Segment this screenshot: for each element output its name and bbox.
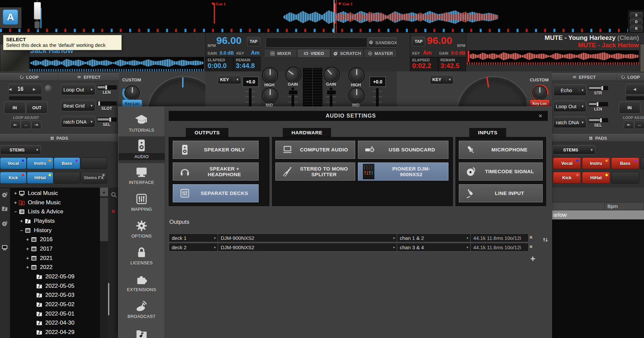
add-output-button[interactable]: + [530, 254, 535, 264]
scrollbar-handle[interactable] [100, 198, 108, 241]
deck-b-high-knob[interactable] [348, 67, 365, 83]
separate-decks-button[interactable]: SEPARATE DECKS [173, 184, 259, 202]
disc-shortcut-icon[interactable] [1, 220, 8, 227]
output-row1-device-dropdown[interactable]: DJM-900NXS2▾ [218, 233, 397, 242]
cue-marker-2[interactable]: Cue 1 [338, 2, 353, 6]
tree-item-2021[interactable]: +2021 [10, 254, 100, 263]
tab-mixer[interactable]: MIXER [264, 49, 297, 58]
tree-toggle[interactable]: + [25, 256, 30, 261]
sidebar-item-options[interactable]: OPTIONS [118, 217, 165, 244]
deck-a-tap-button[interactable]: TAP [247, 37, 260, 46]
tab-scratch[interactable]: SCRATCH [330, 49, 364, 58]
search-icon[interactable] [111, 192, 117, 198]
tab-inputs[interactable]: INPUTS [469, 128, 506, 137]
smart-loop-button[interactable] [45, 85, 52, 92]
screen-shortcut-icon[interactable] [1, 244, 8, 251]
tree-item-history[interactable]: −History [10, 226, 100, 235]
tree-toggle[interactable]: − [13, 209, 18, 214]
pad-instru[interactable]: Instru [27, 157, 53, 169]
tree-toggle[interactable]: + [13, 200, 18, 205]
deck-a-fx3-slider[interactable] [97, 118, 117, 122]
tree-item-local-music[interactable]: +Local Music [10, 189, 100, 198]
pad-vocal[interactable]: Vocal [0, 157, 26, 169]
tree-toggle[interactable]: + [25, 237, 30, 242]
timecode-signal-button[interactable]: TIMECODE SIGNAL [459, 162, 543, 181]
song-overview-strip[interactable]: Cue 1 Cue 1 [0, 0, 644, 33]
sidebar-item-audio[interactable]: AUDIO [118, 136, 165, 163]
sidebar-item-broadcast[interactable]: BROADCAST [118, 297, 165, 324]
output-row2-channel-dropdown[interactable]: chan 3 & 4▾ [397, 243, 471, 252]
pad-kick[interactable]: Kick [0, 172, 26, 184]
speaker-only-button[interactable]: SPEAKER ONLY [173, 141, 259, 159]
loop-increase-button[interactable]: ▶ [33, 87, 42, 91]
clear-icon[interactable]: × [111, 208, 115, 215]
overview-d-button[interactable]: D [630, 19, 643, 25]
deck-a-stems-dropdown[interactable]: STEMS▼ [0, 145, 41, 154]
pad-empty[interactable] [640, 157, 644, 169]
scroll-up-button[interactable]: ▲ [100, 188, 108, 196]
deck-b-fx1-dropdown[interactable]: Echo▼ [553, 84, 586, 96]
loop-adjust-right-button[interactable]: ⇥ [31, 120, 41, 129]
speaker-headphone-button[interactable]: SPEAKER + HEADPHONE [173, 162, 259, 181]
sidebar-item-extensions[interactable]: EXTENSIONS [118, 270, 165, 297]
tree-toggle[interactable]: + [13, 191, 18, 196]
pioneer-djm900nxs2-button[interactable]: PIONEER DJM-900NXS2 [358, 162, 448, 181]
tree-item-2022-05-03[interactable]: 2022-05-03 [10, 291, 100, 300]
sidebar-item-mapping[interactable]: MAPPING [118, 190, 165, 217]
output-row2-remove-icon[interactable]: × [529, 244, 533, 250]
deck-b-waveform-box[interactable] [467, 50, 639, 62]
tab-master[interactable]: MASTER [364, 49, 397, 58]
tree-item-2022-05-01[interactable]: 2022-05-01 [10, 309, 100, 319]
pad-bass[interactable]: Bass [611, 157, 639, 169]
deck-b-fx3-slider[interactable] [589, 118, 608, 122]
usb-soundcard-button[interactable]: USB SOUNDCARD [358, 141, 448, 159]
deck-a-mid-knob[interactable] [262, 87, 278, 104]
deck-a-key-dropdown[interactable]: KEY▼ [218, 75, 241, 84]
deck-b-mid-knob[interactable] [348, 87, 365, 104]
deck-b-tap-button[interactable]: TAP [412, 37, 425, 46]
deck-b-loop-in-button[interactable]: IN [619, 102, 640, 114]
tracklist-selected-row[interactable]: arlow [552, 210, 644, 219]
deck-b-fx2-slider[interactable] [589, 102, 608, 106]
pad-empty[interactable] [611, 172, 639, 184]
deck-b-key-dropdown[interactable]: KEY▼ [430, 75, 453, 84]
tree-item-online-music[interactable]: +Online Music [10, 198, 100, 207]
tab-hardware[interactable]: HARDWARE [283, 128, 331, 137]
deck-a-fx1-dropdown[interactable]: Loop Out▼ [61, 84, 95, 95]
sidebar-item-record[interactable] [118, 325, 165, 338]
pad-stems-fx[interactable]: Stems FX [80, 172, 107, 184]
fader-handle[interactable] [327, 90, 336, 95]
overview-r-button[interactable]: R [630, 25, 643, 31]
deck-a-custom-knob[interactable] [125, 85, 140, 100]
pad-hihat[interactable]: HiHat [27, 172, 53, 184]
deck-a-fx3-dropdown[interactable]: ratch DNA▼ [61, 116, 95, 127]
deck-a-fx1-slider[interactable] [97, 85, 117, 89]
pad-vocal[interactable]: Vocal [553, 157, 581, 169]
loop-decrease-button[interactable]: ◀ [9, 87, 17, 91]
stereo-mono-splitter-button[interactable]: STEREO TO MONO SPLITTER [275, 162, 355, 181]
pad-empty[interactable] [80, 157, 107, 169]
deck-a-waveform-box[interactable] [30, 57, 204, 69]
tree-item-2022-05-09[interactable]: 2022-05-09 [10, 272, 100, 281]
tree-item-2022-04-30[interactable]: 2022-04-30 [10, 319, 100, 328]
pad-bass[interactable]: Bass [54, 157, 80, 169]
microphone-button[interactable]: MICROPHONE [459, 141, 543, 159]
deck-a-fx2-dropdown[interactable]: Beat Grid▼ [61, 100, 95, 111]
overview-s-button[interactable]: S [630, 12, 643, 18]
pad-empty[interactable] [54, 172, 80, 184]
computer-audio-button[interactable]: COMPUTER AUDIO [275, 141, 355, 159]
pad-hihat[interactable]: HiHat [582, 172, 610, 184]
loop-decrease-button[interactable]: ◀ [633, 87, 642, 91]
sidebar-item-licenses[interactable]: LICENSES [118, 244, 165, 270]
cue-marker-1[interactable]: Cue 1 [211, 2, 226, 6]
zoom-slider-handle[interactable] [34, 2, 41, 19]
tree-item-2022-05-05[interactable]: 2022-05-05 [10, 281, 100, 291]
tree-item-2016[interactable]: +2016 [10, 235, 100, 244]
output-row2-device-dropdown[interactable]: DJM-900NXS2▾ [218, 243, 397, 252]
output-row1-remove-icon[interactable]: × [529, 234, 533, 241]
tree-item-2022-05-02[interactable]: 2022-05-02 [10, 300, 100, 309]
reorder-outputs-icon[interactable] [542, 234, 549, 246]
tree-toggle[interactable]: + [19, 218, 24, 224]
sandbox-button[interactable]: SANDBOX [368, 38, 397, 48]
tree-toggle[interactable]: + [25, 265, 30, 270]
